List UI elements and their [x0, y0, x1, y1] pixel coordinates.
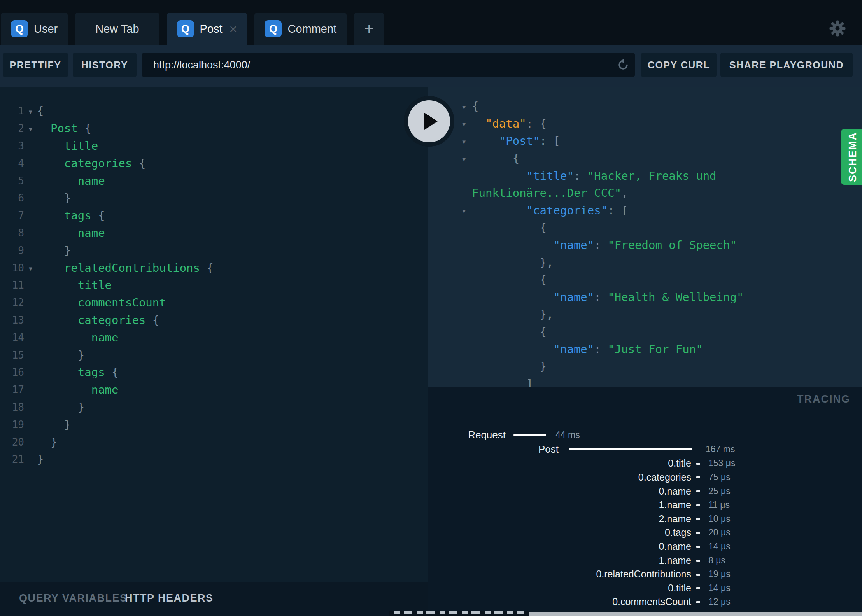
code-text: name	[37, 331, 119, 344]
code-text: }	[37, 191, 71, 205]
fold-gutter	[428, 262, 467, 263]
response-code-line: ▼ "data": {	[428, 115, 862, 133]
line-number: 9	[0, 245, 24, 256]
code-text: {	[472, 221, 547, 234]
line-number: 14	[0, 332, 24, 343]
line-number: 4	[0, 158, 24, 169]
fold-gutter	[428, 192, 467, 194]
trace-field-label: 1.name	[428, 498, 691, 512]
response-code-line: },	[428, 306, 862, 323]
tab-post[interactable]: QPost×	[167, 13, 247, 45]
new-tab-button[interactable]: +	[354, 13, 384, 45]
trace-field-label: 1.name	[428, 553, 691, 567]
code-text: tags {	[37, 209, 105, 222]
trace-dash	[696, 560, 700, 562]
graphql-playground-window: QUserNew TabQPost×QComment+ PRETTIFY	[0, 0, 862, 616]
fold-gutter	[428, 296, 467, 298]
fold-gutter	[428, 383, 467, 385]
tab-new-tab[interactable]: New Tab	[75, 13, 159, 45]
fold-gutter	[24, 302, 37, 303]
fold-gutter	[24, 337, 37, 338]
code-text: ]	[472, 377, 533, 387]
http-headers-tab[interactable]: HTTP HEADERS	[125, 592, 214, 604]
response-code-line: "title": "Hacker, Freaks und	[428, 167, 862, 184]
trace-field-label: 0.relatedContributions	[428, 567, 691, 581]
query-code-line: 17 name	[0, 381, 428, 399]
line-number: 8	[0, 227, 24, 239]
trace-dash	[696, 546, 700, 548]
fold-arrow-icon[interactable]: ▼	[24, 124, 37, 133]
line-number: 16	[0, 366, 24, 378]
fold-gutter	[24, 441, 37, 443]
copy-curl-button[interactable]: COPY CURL	[641, 53, 717, 77]
trace-field-time: 20 μs	[708, 526, 731, 540]
trace-field-time: 19 μs	[708, 567, 731, 581]
query-code-line: 14 name	[0, 329, 428, 346]
fold-gutter	[24, 232, 37, 234]
code-text: Funktionäre...Der CCC",	[472, 186, 628, 200]
trace-time: 167 ms	[706, 442, 735, 457]
line-number: 19	[0, 419, 24, 430]
trace-field-label: 0.tags	[428, 526, 691, 540]
trace-span-row: Request44 ms	[428, 428, 862, 442]
line-number: 18	[0, 401, 24, 413]
reload-schema-icon[interactable]	[616, 58, 630, 72]
response-code-line: {	[428, 323, 862, 341]
close-tab-icon[interactable]: ×	[230, 22, 237, 35]
trace-dash	[696, 574, 700, 576]
fold-gutter	[24, 389, 37, 390]
line-number: 1	[0, 105, 24, 117]
schema-tab[interactable]: SCHEMA	[841, 129, 862, 185]
fold-arrow-icon[interactable]: ▼	[428, 154, 467, 163]
trace-field-time: 8 μs	[708, 553, 725, 567]
fold-gutter	[428, 175, 467, 177]
query-variables-tab[interactable]: QUERY VARIABLES	[19, 592, 128, 604]
share-playground-button[interactable]: SHARE PLAYGROUND	[720, 53, 853, 77]
execute-query-button[interactable]	[404, 96, 454, 147]
code-text: "name": "Just For Fun"	[472, 343, 703, 356]
code-text: {	[472, 100, 478, 113]
trace-field-row: 0.name25 μs	[428, 484, 862, 498]
query-code-line: 4 categories {	[0, 154, 428, 172]
settings-gear-icon[interactable]	[829, 20, 846, 37]
endpoint-url-input[interactable]: http://localhost:4000/	[142, 53, 635, 77]
trace-dash	[696, 518, 700, 520]
line-number: 10	[0, 262, 24, 274]
response-code-line: ▼ "categories": [	[428, 202, 862, 219]
trace-dash	[696, 463, 700, 465]
toolbar: PRETTIFY HISTORY http://localhost:4000/ …	[0, 45, 862, 88]
code-text: {	[472, 273, 547, 286]
line-number: 21	[0, 453, 24, 465]
fold-gutter	[24, 163, 37, 164]
tab-user[interactable]: QUser	[1, 13, 68, 45]
prettify-button[interactable]: PRETTIFY	[3, 53, 68, 77]
fold-gutter	[428, 244, 467, 246]
fold-arrow-icon[interactable]: ▼	[24, 264, 37, 272]
trace-field-label: 0.name	[428, 484, 691, 498]
trace-field-row: 1.name11 μs	[428, 498, 862, 512]
query-code-line: 19 }	[0, 416, 428, 433]
code-text: name	[37, 383, 119, 396]
tab-bar: QUserNew TabQPost×QComment+	[0, 0, 862, 45]
trace-field-time: 75 μs	[708, 471, 731, 485]
fold-arrow-icon[interactable]: ▼	[428, 206, 467, 214]
query-code-line: 7 tags {	[0, 207, 428, 224]
query-editor[interactable]: 1▼{2▼ Post {3 title4 categories {5 name6…	[0, 88, 428, 582]
query-code-line: 21}	[0, 451, 428, 468]
play-icon	[424, 113, 438, 130]
line-number: 15	[0, 349, 24, 361]
fold-arrow-icon[interactable]: ▼	[24, 107, 37, 115]
tab-label: User	[34, 23, 58, 35]
line-number: 12	[0, 297, 24, 308]
query-badge: Q	[265, 20, 282, 37]
code-text: },	[472, 256, 554, 269]
trace-field-label: 0.title	[428, 581, 691, 595]
code-text: "Post": [	[472, 134, 560, 147]
history-button[interactable]: HISTORY	[73, 53, 137, 77]
fold-gutter	[24, 215, 37, 216]
code-text: "categories": [	[472, 204, 628, 217]
trace-dash	[696, 601, 700, 603]
tab-comment[interactable]: QComment	[254, 13, 347, 45]
fold-gutter	[24, 424, 37, 425]
response-code-line: {	[428, 271, 862, 289]
